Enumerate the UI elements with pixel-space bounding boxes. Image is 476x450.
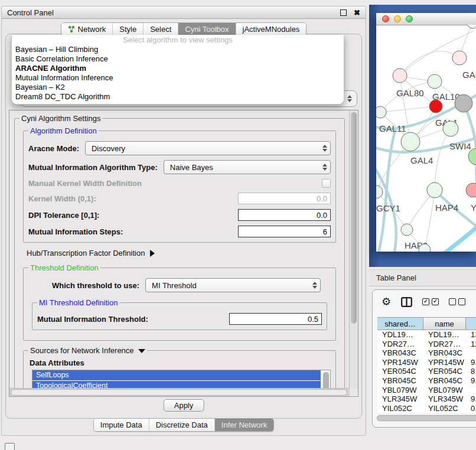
vertical-scroll-thumb[interactable] <box>351 112 357 324</box>
aracne-mode-label: Aracne Mode: <box>28 144 79 153</box>
gear-icon[interactable]: ⚙ <box>382 296 391 307</box>
bottom-tab-group: Impute DataDiscretize DataInfer Network <box>93 418 274 432</box>
tab-label: Style <box>119 25 136 34</box>
aracne-mode-combo[interactable]: Discovery <box>85 141 331 155</box>
table-cell <box>466 348 476 358</box>
tab-label: Impute Data <box>100 420 142 429</box>
combo-stepper-icon <box>319 164 327 171</box>
horizontal-scroll-thumb[interactable] <box>11 389 347 396</box>
tab-infer-network[interactable]: Infer Network <box>215 419 273 431</box>
network-edge[interactable] <box>400 51 459 76</box>
node-gal4[interactable] <box>401 132 420 151</box>
float-window-icon[interactable] <box>340 9 347 16</box>
tab-label: Cyni Toolbox <box>185 25 229 34</box>
settings-vertical-scrollbar[interactable] <box>349 110 358 389</box>
node-gal7[interactable] <box>452 51 467 65</box>
threshold-definition-title: Threshold Definition <box>28 263 100 272</box>
tab-impute-data[interactable]: Impute Data <box>94 419 149 431</box>
tab-style[interactable]: Style <box>113 23 144 35</box>
column-header-shared[interactable]: shared… <box>377 318 423 330</box>
table-row[interactable]: YER054CYER054C8. <box>377 367 476 376</box>
split-columns-icon[interactable] <box>401 297 412 307</box>
kernel-width-input[interactable] <box>238 193 331 204</box>
table-cell: YBL079W <box>423 386 466 395</box>
close-icon[interactable]: ✖ <box>354 8 360 17</box>
mi-algorithm-type-combo[interactable]: Naive Bayes <box>164 160 331 174</box>
network-edge-highlighted[interactable] <box>444 223 476 252</box>
network-canvas[interactable]: GAL7GAL80GAL10GAL1GAL11SWI4GAL4GCY1HAP4Y… <box>376 25 476 252</box>
node-gal10[interactable] <box>428 74 442 89</box>
node-swi4-label: SWI4 <box>449 141 471 151</box>
hub-transcription-factor-section[interactable]: Hub/Transcription Factor Definition <box>27 249 334 257</box>
restore-panel-icon[interactable] <box>5 443 15 450</box>
deselect-checks-icon[interactable] <box>449 298 465 305</box>
settings-horizontal-scrollbar[interactable] <box>9 388 350 396</box>
algorithm-option[interactable]: Bayesian – Hill Climbing <box>12 45 344 54</box>
table-cell: 9. <box>466 358 476 367</box>
dpi-tolerance-input[interactable] <box>238 209 331 221</box>
tab-label: Network <box>78 25 106 34</box>
table-row[interactable]: YDL19…YDL19…13 <box>377 330 476 340</box>
table-row[interactable]: YBL079WYBL079W <box>377 386 476 395</box>
network-window-titlebar[interactable] <box>376 13 476 25</box>
algorithm-option[interactable]: Mutual Information Inference <box>12 73 344 83</box>
select-checks-icon[interactable]: ✓✓ <box>422 298 439 305</box>
which-threshold-combo[interactable]: MI Threshold <box>145 278 321 292</box>
manual-kernel-width-checkbox[interactable] <box>322 179 331 188</box>
node-gray[interactable] <box>455 94 472 112</box>
table-row[interactable]: YBR045CYBR045C9. <box>377 376 476 386</box>
tab-label: Infer Network <box>221 420 267 429</box>
tab-network[interactable]: Network <box>61 23 113 35</box>
table-horizontal-scrollbar[interactable] <box>376 415 476 422</box>
network-edge[interactable] <box>380 106 436 112</box>
algorithm-dropdown-hint: Select algorithm to view settings <box>12 35 344 45</box>
node-top-partial[interactable] <box>467 25 476 28</box>
tab-jactivemnodules[interactable]: jActiveMNodules <box>236 23 307 35</box>
column-header-name[interactable]: name <box>423 318 466 330</box>
mi-threshold-input[interactable] <box>229 313 322 325</box>
algorithm-option[interactable]: Bayesian – K2 <box>12 83 344 92</box>
node-right-pink[interactable] <box>466 183 476 197</box>
aracne-mode-value: Discovery <box>92 144 319 153</box>
algorithm-option[interactable]: ARACNE Algorithm <box>12 64 344 73</box>
tab-discretize-data[interactable]: Discretize Data <box>149 419 215 431</box>
node-swi4[interactable] <box>443 121 458 136</box>
tab-label: jActiveMNodules <box>243 25 300 34</box>
zoom-traffic-light-icon[interactable] <box>406 15 413 22</box>
node-gal1[interactable] <box>429 100 442 113</box>
table-row[interactable]: YPR145WYPR145W9. <box>377 358 476 367</box>
threshold-definition-group: Threshold Definition Which threshold to … <box>23 263 336 341</box>
column-header-a[interactable]: A <box>466 318 476 330</box>
node-hap4[interactable] <box>427 182 442 198</box>
network-icon <box>68 25 75 33</box>
mi-steps-input[interactable] <box>238 226 331 237</box>
node-gal11[interactable] <box>376 106 386 118</box>
control-panel-title: Control Panel <box>7 8 54 17</box>
table-cell: YDR27… <box>377 340 423 349</box>
table-cell: YBR043C <box>377 348 423 358</box>
table-cell: YBR043C <box>423 348 466 358</box>
tab-select[interactable]: Select <box>144 23 178 35</box>
close-traffic-light-icon[interactable] <box>382 15 389 22</box>
node-hap2[interactable] <box>401 224 413 236</box>
table-cell: YDL19… <box>377 330 423 340</box>
table-cell: YIL052C <box>377 404 423 413</box>
tab-cyni-toolbox[interactable]: Cyni Toolbox <box>178 23 236 35</box>
table-cell: YBR045C <box>423 376 466 386</box>
table-row[interactable]: YLR345WYLR345W9. <box>377 394 476 404</box>
attribute-item[interactable]: SelfLoops <box>32 370 321 380</box>
table-row[interactable]: YIL052CYIL052C0. <box>377 404 476 413</box>
table-scroll-thumb[interactable] <box>377 415 476 421</box>
sources-title[interactable]: Sources for Network Inference <box>28 346 147 355</box>
algorithm-option[interactable]: Dream8 DC_TDC Algorithm <box>12 92 344 102</box>
cyni-algorithm-settings-title: Cyni Algorithm Settings <box>19 114 102 123</box>
network-edge[interactable] <box>435 133 448 190</box>
table-row[interactable]: YDR27…YDR27…12 <box>377 340 476 349</box>
node-gal80[interactable] <box>393 69 407 83</box>
algorithm-option[interactable]: Basic Correlation Inference <box>12 54 344 64</box>
table-cell: YBR045C <box>377 376 423 386</box>
table-row[interactable]: YBR043CYBR043C <box>377 348 476 358</box>
minimize-traffic-light-icon[interactable] <box>394 15 401 22</box>
node-gcy1[interactable] <box>376 185 383 198</box>
apply-button[interactable]: Apply <box>164 399 204 412</box>
